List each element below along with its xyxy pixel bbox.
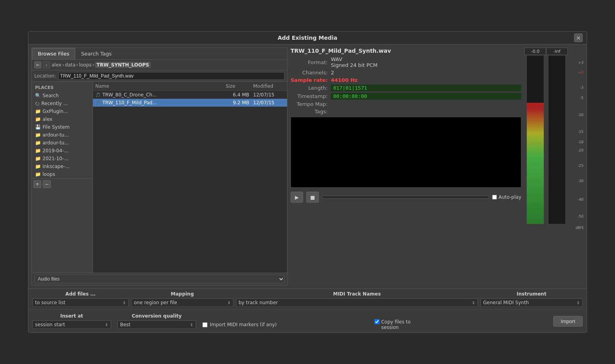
play-button[interactable]: ▶ xyxy=(291,192,303,203)
place-ardour1[interactable]: 📁 ardour-tu... xyxy=(32,131,93,139)
place-alex[interactable]: 📁 alex xyxy=(32,115,93,123)
insert-at-value: session start xyxy=(35,322,65,327)
instrument-value: General MIDI Synth xyxy=(483,300,529,305)
breadcrumb-current[interactable]: TRW_SYNTH_LOOPS xyxy=(95,62,150,68)
mapping-group: Mapping one region per file ⇕ xyxy=(131,291,233,307)
scale-mark-p3: +3 xyxy=(578,61,584,65)
vu-left: -0.0 xyxy=(524,48,546,224)
location-input[interactable] xyxy=(58,72,285,80)
file-row-1[interactable]: 🎵 TRW_80_C_Drone_Ch... 6.4 MB 12/07/15 xyxy=(93,91,287,99)
tags-area[interactable] xyxy=(291,117,521,188)
breadcrumb: alex › data › loops › TRW_SYNTH_LOOPS xyxy=(52,62,151,68)
import-button[interactable]: Import xyxy=(553,316,583,327)
stop-button[interactable]: ■ xyxy=(306,192,319,203)
vu-right: -inf xyxy=(546,48,568,224)
place-gxplugin[interactable]: 📁 GxPlugin... xyxy=(32,107,93,115)
place-2019[interactable]: 📁 2019-04-... xyxy=(32,147,93,155)
mapping-select[interactable]: one region per file ⇕ xyxy=(131,298,233,307)
tab-search[interactable]: Search Tags xyxy=(75,48,118,59)
instrument-label: Instrument xyxy=(480,291,583,297)
places-bottom: + − xyxy=(32,178,93,190)
folder-icon-2: 📁 xyxy=(35,116,41,122)
copy-session-checkbox[interactable] xyxy=(374,319,380,324)
tags-label: Tags: xyxy=(291,109,328,115)
length-value: 017|01|1571 xyxy=(331,85,521,91)
autoplay-checkbox[interactable] xyxy=(492,195,497,200)
scale-unit: dBFS xyxy=(576,226,584,230)
channels-value: 2 xyxy=(331,70,521,76)
breadcrumb-bar: ✏ ‹ alex › data › loops › TRW_SYNTH_LOOP… xyxy=(32,60,287,70)
instrument-group: Instrument General MIDI Synth ⇕ xyxy=(480,291,583,307)
place-2021[interactable]: 📁 2021-10-... xyxy=(32,155,93,163)
place-label: Recently ... xyxy=(41,101,68,106)
bottom-toolbar-row1: Add files ... to source list ⇕ Mapping o… xyxy=(28,288,587,309)
right-panel: TRW_110_F_Mild_Pad_Synth.wav Format: WAV… xyxy=(291,48,584,285)
back-button[interactable]: ‹ xyxy=(43,61,50,68)
bottom-toolbar-row2: Insert at session start ⇕ Conversion qua… xyxy=(28,309,587,333)
vu-right-bar xyxy=(548,55,566,224)
copy-session-label: Copy files tosession xyxy=(381,319,411,330)
remove-place-button[interactable]: − xyxy=(43,180,51,188)
breadcrumb-sep-1: › xyxy=(62,62,64,68)
samplerate-value: 44100 Hz xyxy=(331,77,521,83)
place-label: alex xyxy=(43,116,52,122)
scale-mark-m30: -30 xyxy=(578,179,584,183)
info-grid: Format: WAVSigned 24 bit PCM Channels: 2… xyxy=(291,56,521,115)
file-icon-1: 🎵 xyxy=(95,92,101,98)
tabs: Browse Files Search Tags xyxy=(32,48,287,60)
breadcrumb-sep-3: › xyxy=(93,62,94,68)
scale-mark-m40: -40 xyxy=(578,198,584,201)
place-ardour2[interactable]: 📁 ardour-tu... xyxy=(32,139,93,147)
place-label: GxPlugin... xyxy=(43,109,68,114)
tempomap-label: Tempo Map: xyxy=(291,101,328,107)
folder-icon-5: 📁 xyxy=(35,148,41,153)
place-label: 2019-04-... xyxy=(43,148,69,153)
mapping-arrow: ⇕ xyxy=(228,301,231,305)
samplerate-label: Sample rate: xyxy=(291,77,328,83)
instrument-select[interactable]: General MIDI Synth ⇕ xyxy=(480,298,583,307)
timestamp-value: 00:00:00:00 xyxy=(331,93,521,100)
midi-markers-group: Import MIDI markers (if any) xyxy=(202,315,368,327)
scale-mark-m50: -50 xyxy=(578,214,584,218)
titlebar: Add Existing Media × xyxy=(28,31,587,44)
autoplay-label: Auto-play xyxy=(492,194,521,200)
seek-bar[interactable] xyxy=(322,196,489,199)
place-label: Search xyxy=(43,93,59,98)
conversion-quality-group: Conversion quality Best ⇕ xyxy=(117,313,196,329)
breadcrumb-part-1[interactable]: alex xyxy=(52,62,61,68)
add-files-select[interactable]: to source list ⇕ xyxy=(32,298,129,307)
add-place-button[interactable]: + xyxy=(33,180,41,188)
place-filesystem[interactable]: 💾 File System xyxy=(32,123,93,131)
places-panel: Places 🔍 Search ⭮ Recently ... 📁 GxPlugi… xyxy=(32,82,93,273)
breadcrumb-part-3[interactable]: loops xyxy=(79,62,92,68)
timestamp-label: Timestamp: xyxy=(291,93,328,99)
file-row-2[interactable]: 🎵 TRW_110_F_Mild_Pad... 9.2 MB 12/07/15 xyxy=(93,99,287,107)
playback-controls: ▶ ■ Auto-play xyxy=(291,190,521,204)
tab-browse[interactable]: Browse Files xyxy=(32,48,75,59)
edit-icon[interactable]: ✏ xyxy=(34,61,41,68)
midi-track-select[interactable]: by track number ⇕ xyxy=(236,298,478,307)
place-label: inkscape-... xyxy=(43,164,70,169)
close-button[interactable]: × xyxy=(574,33,583,42)
vu-right-label: -inf xyxy=(546,48,568,55)
vu-scale: +3 +0 -3 -5 -10 -15 -18 -20 -25 -30 -40 … xyxy=(568,57,584,226)
place-inkscape[interactable]: 📁 inkscape-... xyxy=(32,163,93,170)
folder-icon-1: 📁 xyxy=(35,109,41,114)
col-header-name: Name xyxy=(95,83,226,89)
folder-icon-6: 📁 xyxy=(35,156,41,161)
conversion-arrow: ⇕ xyxy=(190,323,193,327)
place-loops[interactable]: 📁 loops xyxy=(32,170,93,178)
place-search[interactable]: 🔍 Search xyxy=(32,92,93,100)
file-modified-2: 12/07/15 xyxy=(253,100,285,105)
midi-track-value: by track number xyxy=(239,300,278,305)
filter-select[interactable]: Audio files xyxy=(34,275,285,283)
folder-icon-3: 📁 xyxy=(35,132,41,138)
file-name-1: TRW_80_C_Drone_Ch... xyxy=(102,92,222,98)
import-midi-checkbox[interactable] xyxy=(202,322,207,327)
insert-at-select[interactable]: session start ⇕ xyxy=(32,320,111,329)
disk-icon: 💾 xyxy=(35,124,41,130)
place-label: ardour-tu... xyxy=(43,140,69,146)
conversion-select[interactable]: Best ⇕ xyxy=(117,320,196,329)
breadcrumb-part-2[interactable]: data xyxy=(65,62,76,68)
place-recently[interactable]: ⭮ Recently ... xyxy=(32,100,93,107)
